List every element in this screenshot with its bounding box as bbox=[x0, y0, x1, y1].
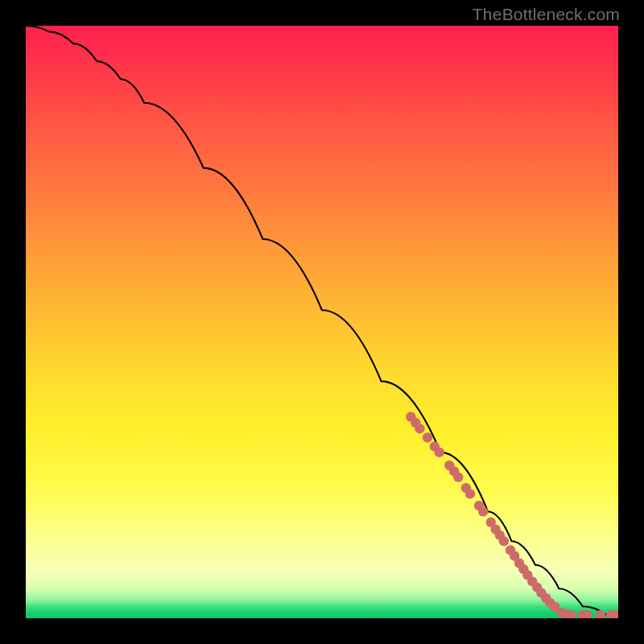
scatter-dot bbox=[415, 423, 424, 433]
scatter-dots bbox=[406, 412, 618, 618]
curve-line bbox=[26, 26, 618, 615]
scatter-dot bbox=[465, 489, 475, 498]
plot-area bbox=[26, 26, 618, 618]
scatter-dot bbox=[423, 432, 432, 442]
chart-frame: TheBottleneck.com bbox=[0, 0, 644, 644]
scatter-dot bbox=[435, 448, 444, 457]
watermark-text: TheBottleneck.com bbox=[473, 5, 620, 24]
scatter-dot bbox=[596, 610, 605, 618]
chart-svg bbox=[26, 26, 618, 618]
scatter-dot bbox=[453, 473, 463, 482]
scatter-dot bbox=[499, 536, 509, 546]
scatter-dot bbox=[478, 506, 488, 516]
